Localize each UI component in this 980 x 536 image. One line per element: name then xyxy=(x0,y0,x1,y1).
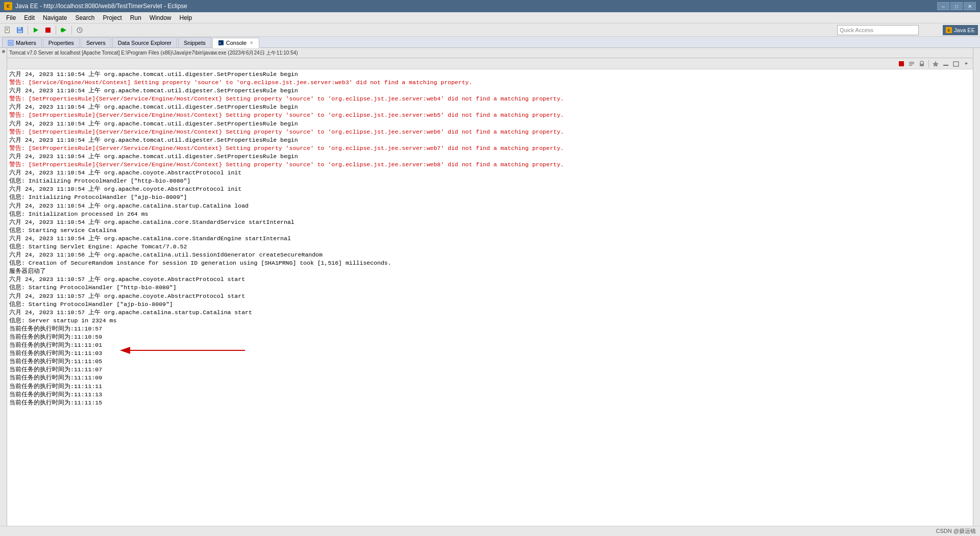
console-toolbar-sep xyxy=(928,60,929,68)
console-line: 当前任务的执行时间为:11:11:11 xyxy=(9,382,971,391)
console-line: 信息: Creation of SecureRandom instance fo… xyxy=(9,259,971,267)
svg-text:E: E xyxy=(948,29,950,32)
svg-text:M: M xyxy=(9,41,12,45)
menu-edit[interactable]: Edit xyxy=(20,12,39,23)
left-gutter xyxy=(0,48,7,536)
console-line: 当前任务的执行时间为:11:11:07 xyxy=(9,366,971,374)
toolbar-run-button[interactable] xyxy=(30,25,41,35)
tab-properties[interactable]: Properties xyxy=(43,37,80,47)
status-text: CSDN @摄远镜 xyxy=(936,527,976,535)
toolbar-btn-extra1[interactable] xyxy=(74,25,85,35)
svg-marker-28 xyxy=(933,61,939,67)
menu-search[interactable]: Search xyxy=(71,12,99,23)
console-line: 当前任务的执行时间为:11:11:15 xyxy=(9,399,971,407)
console-scroll-lock-btn[interactable] xyxy=(917,59,926,68)
console-line: 六月 24, 2023 11:10:54 上午 org.apache.coyot… xyxy=(9,169,971,177)
tab-datasource-label: Data Source Explorer xyxy=(118,40,172,46)
menu-file[interactable]: File xyxy=(2,12,20,23)
close-button[interactable]: ✕ xyxy=(964,2,976,10)
console-line: 信息: Initializing ProtocolHandler ["ajp-b… xyxy=(9,193,971,201)
tab-markers-label: Markers xyxy=(16,40,36,46)
console-minimize-btn[interactable] xyxy=(941,59,950,68)
console-line: 当前任务的执行时间为:11:11:01 xyxy=(9,341,971,349)
console-line: 信息: Starting ProtocolHandler ["http-bio-… xyxy=(9,284,971,292)
svg-rect-27 xyxy=(920,64,924,66)
console-line: 六月 24, 2023 11:10:57 上午 org.apache.coyot… xyxy=(9,275,971,284)
console-line: 警告: [SetPropertiesRule]{Server/Service/E… xyxy=(9,161,971,169)
svg-marker-8 xyxy=(34,28,38,33)
menu-navigate[interactable]: Navigate xyxy=(39,12,71,23)
tab-snippets[interactable]: Snippets xyxy=(178,37,211,47)
tab-properties-label: Properties xyxy=(48,40,74,46)
tab-servers-label: Servers xyxy=(86,40,106,46)
console-line: 六月 24, 2023 11:10:56 上午 org.apache.catal… xyxy=(9,251,971,259)
toolbar-debug-button[interactable] xyxy=(58,25,69,35)
toolbar-separator-2 xyxy=(56,25,56,35)
console-line: 警告: [SetPropertiesRule]{Server/Service/E… xyxy=(9,95,971,103)
svg-rect-30 xyxy=(953,62,959,66)
console-line: 警告: [SetPropertiesRule]{Server/Service/E… xyxy=(9,128,971,136)
console-output[interactable]: 六月 24, 2023 11:10:54 上午 org.apache.tomca… xyxy=(7,69,973,529)
console-header-text: Tomcat v7.0 Server at localhost [Apache … xyxy=(9,49,298,57)
console-header: Tomcat v7.0 Server at localhost [Apache … xyxy=(7,48,973,58)
toolbar-save-button[interactable] xyxy=(14,25,26,35)
console-line: 六月 24, 2023 11:10:54 上午 org.apache.tomca… xyxy=(9,70,971,79)
console-line: 服务器启动了 xyxy=(9,267,971,275)
toolbar-stop-button[interactable] xyxy=(42,25,54,35)
quick-access-label: Quick Access xyxy=(840,27,873,33)
right-panel xyxy=(973,48,980,536)
console-container: Tomcat v7.0 Server at localhost [Apache … xyxy=(7,48,973,536)
console-line: 六月 24, 2023 11:10:54 上午 org.apache.tomca… xyxy=(9,120,971,128)
menu-help[interactable]: Help xyxy=(176,12,197,23)
main-layout: Tomcat v7.0 Server at localhost [Apache … xyxy=(0,48,980,536)
toolbar: Quick Access E Java EE xyxy=(0,23,980,37)
console-view-menu-btn[interactable] xyxy=(962,59,971,68)
menu-run[interactable]: Run xyxy=(126,12,145,23)
console-maximize-btn[interactable] xyxy=(951,59,961,68)
console-line: 警告: [SetPropertiesRule]{Server/Service/E… xyxy=(9,111,971,119)
console-line: 当前任务的执行时间为:11:11:13 xyxy=(9,391,971,399)
console-line: 当前任务的执行时间为:11:11:05 xyxy=(9,358,971,366)
svg-rect-29 xyxy=(943,65,948,66)
console-line: 信息: Initializing ProtocolHandler ["http-… xyxy=(9,177,971,185)
minimize-button[interactable]: – xyxy=(937,2,949,10)
console-toolbar xyxy=(7,58,973,69)
tab-servers[interactable]: Servers xyxy=(81,37,111,47)
console-line: 警告: [SetPropertiesRule]{Server/Service/E… xyxy=(9,144,971,152)
tab-console-label: Console xyxy=(226,40,247,46)
toolbar-right-area: E Java EE xyxy=(943,25,978,35)
svg-rect-7 xyxy=(18,31,22,33)
svg-marker-31 xyxy=(965,63,968,65)
svg-rect-9 xyxy=(45,28,51,33)
console-line: 六月 24, 2023 11:10:54 上午 org.apache.catal… xyxy=(9,235,971,243)
console-line: 六月 24, 2023 11:10:54 上午 org.apache.catal… xyxy=(9,218,971,226)
tab-markers[interactable]: M Markers xyxy=(2,37,42,47)
toolbar-new-button[interactable] xyxy=(2,25,13,35)
menu-bar: File Edit Navigate Search Project Run Wi… xyxy=(0,12,980,23)
toolbar-separator-1 xyxy=(28,25,28,35)
svg-rect-22 xyxy=(899,61,904,66)
maximize-button[interactable]: □ xyxy=(950,2,963,10)
java-ee-label: Java EE xyxy=(954,27,975,33)
console-line: 信息: Starting Servlet Engine: Apache Tomc… xyxy=(9,243,971,251)
tab-datasource[interactable]: Data Source Explorer xyxy=(112,37,177,47)
tab-console-close[interactable]: ✕ xyxy=(250,40,254,45)
console-line: 六月 24, 2023 11:10:54 上午 org.apache.tomca… xyxy=(9,87,971,95)
svg-line-14 xyxy=(80,30,81,31)
svg-rect-6 xyxy=(18,27,21,30)
tab-snippets-label: Snippets xyxy=(184,40,206,46)
quick-access-input[interactable]: Quick Access xyxy=(837,25,919,35)
menu-project[interactable]: Project xyxy=(99,12,126,23)
console-line: 信息: Server startup in 2324 ms xyxy=(9,317,971,325)
console-clear-btn[interactable] xyxy=(907,59,916,68)
console-line: 六月 24, 2023 11:10:54 上午 org.apache.coyot… xyxy=(9,185,971,193)
app-icon: E xyxy=(4,2,12,10)
console-pin-btn[interactable] xyxy=(931,59,940,68)
java-ee-badge: E Java EE xyxy=(943,25,978,35)
console-line: 六月 24, 2023 11:10:54 上午 org.apache.tomca… xyxy=(9,152,971,161)
console-line: 六月 24, 2023 11:10:57 上午 org.apache.catal… xyxy=(9,309,971,317)
menu-window[interactable]: Window xyxy=(145,12,176,23)
tab-console[interactable]: >_ Console ✕ xyxy=(212,38,259,48)
console-line: 警告: [Service/Engine/Host/Context] Settin… xyxy=(9,79,971,87)
console-stop-btn[interactable] xyxy=(897,59,906,68)
